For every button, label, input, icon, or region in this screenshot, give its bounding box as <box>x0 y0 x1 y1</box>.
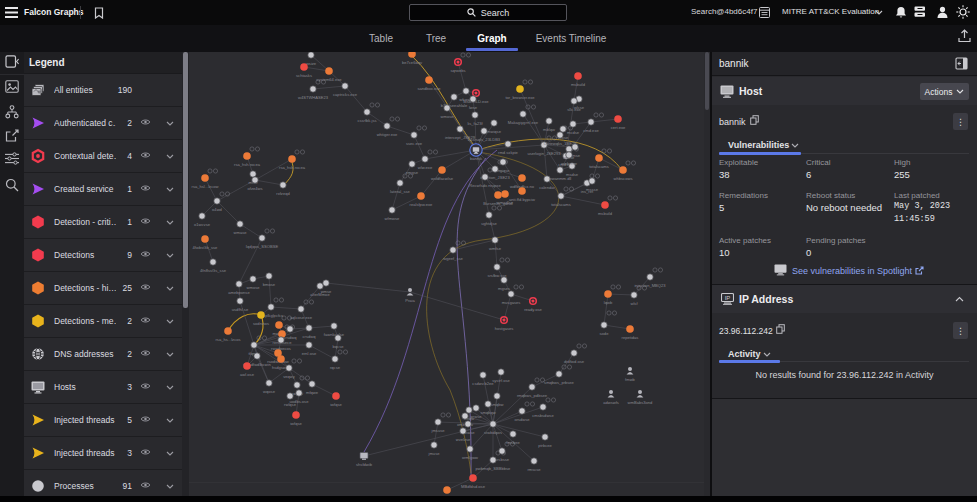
svg-text:mcdse: mcdse <box>567 130 580 135</box>
svg-text:w4STWHASE23: w4STWHASE23 <box>298 95 329 100</box>
svg-text:tmsbee: tmsbee <box>506 440 520 445</box>
svg-text:wwb.exe: wwb.exe <box>561 161 578 166</box>
svg-text:IP: IP <box>725 295 731 301</box>
svg-text:adwswfs: adwswfs <box>603 400 619 405</box>
svg-text:shsfdwib: shsfdwib <box>356 462 373 467</box>
svg-text:crsdwq: crsdwq <box>303 334 317 339</box>
svg-text:cmsbsdwse: cmsbsdwse <box>532 413 554 418</box>
svg-text:ughtdjse: ughtdjse <box>481 221 497 226</box>
svg-text:crsdwq: crsdwq <box>284 335 298 340</box>
svg-text:sode: sode <box>600 331 610 336</box>
svg-text:wmBabs3ond: wmBabs3ond <box>628 400 654 405</box>
svg-text:wmse: wmse <box>321 289 332 294</box>
svg-text:smqbqw: smqbqw <box>480 410 495 415</box>
svg-text:wmose: wmose <box>441 114 455 119</box>
svg-text:tor_browser.exe: tor_browser.exe <box>505 95 535 100</box>
svg-text:mssse: mssse <box>586 187 599 192</box>
svg-text:Praia: Praia <box>405 298 415 303</box>
svg-text:ofze4ws: ofze4ws <box>247 186 262 191</box>
svg-text:bqcse: bqcse <box>333 344 345 349</box>
svg-text:bannik: bannik <box>470 156 483 161</box>
svg-text:emgse: emgse <box>406 170 419 175</box>
svg-text:mblqw: mblqw <box>543 127 555 132</box>
svg-text:wmose: wmose <box>247 285 261 290</box>
svg-text:o4wd: o4wd <box>212 207 223 212</box>
svg-text:schtasks: schtasks <box>296 73 312 78</box>
svg-text:ptrbcee: ptrbcee <box>538 443 552 448</box>
svg-text:rsa_hs...lzcos: rsa_hs...lzcos <box>215 337 240 342</box>
svg-text:cert.exe: cert.exe <box>611 125 626 130</box>
svg-text:srsbsse: srsbsse <box>495 457 510 462</box>
svg-text:bmose: bmose <box>263 282 276 287</box>
svg-text:rmscse: rmscse <box>527 467 541 472</box>
svg-text:lwse: lwse <box>469 105 478 110</box>
svg-text:lateral_sse: lateral_sse <box>390 189 411 194</box>
svg-text:lis_fa23f: lis_fa23f <box>467 121 483 126</box>
svg-text:smqbws_prbsee: smqbws_prbsee <box>544 380 575 385</box>
svg-text:iwfqse: iwfqse <box>330 402 342 407</box>
svg-text:hostgases: hostgases <box>495 326 514 331</box>
svg-text:drdfwd.ose: drdfwd.ose <box>564 359 585 364</box>
svg-text:usdfhl.se: usdfhl.se <box>232 307 249 312</box>
svg-text:fmwb: fmwb <box>625 377 636 382</box>
svg-text:jmsuse: jmsuse <box>431 428 446 433</box>
svg-text:lqwb: lqwb <box>604 300 613 305</box>
svg-text:sllc.exe: sllc.exe <box>567 107 581 112</box>
svg-text:realsfpw.exe: realsfpw.exe <box>410 202 433 207</box>
svg-text:repetidas: repetidas <box>622 335 639 340</box>
svg-text:be7ce6dqv: be7ce6dqv <box>402 60 423 65</box>
svg-text:rwodpecos: rwodpecos <box>271 346 291 351</box>
svg-text:cssrfbk.jss: cssrfbk.jss <box>357 118 376 123</box>
svg-text:injection_MBQ23: injection_MBQ23 <box>634 283 666 288</box>
svg-text:sodnzws: sodnzws <box>253 321 269 326</box>
svg-text:rsa_hsh.rocea: rsa_hsh.rocea <box>234 162 261 167</box>
svg-text:awl.ose: awl.ose <box>240 372 255 377</box>
svg-text:mwiqse: mwiqse <box>487 129 502 134</box>
svg-text:aqlcose.exe: aqlcose.exe <box>290 315 313 320</box>
svg-text:csdwv.b2ee: csdwv.b2ee <box>472 381 494 386</box>
svg-text:Makagiygrrrl.exe: Makagiygrrrl.exe <box>508 120 539 125</box>
svg-text:fawnkcqlse: fawnkcqlse <box>324 332 345 337</box>
svg-text:ssec.exe: ssec.exe <box>406 141 423 146</box>
svg-text:ready.ose: ready.ose <box>524 307 542 312</box>
svg-text:captricks.exe: captricks.exe <box>333 92 358 97</box>
svg-text:wsfdfacwlse: wsfdfacwlse <box>431 176 454 181</box>
svg-text:stwbdqws: stwbdqws <box>484 430 502 435</box>
svg-text:musgases: musgases <box>502 300 521 305</box>
svg-text:sqrwebs: sqrwebs <box>450 68 465 73</box>
svg-text:rsa_hsh.rocea: rsa_hsh.rocea <box>279 165 306 170</box>
svg-text:Lasrsqls_23LDB3: Lasrsqls_23LDB3 <box>468 137 501 142</box>
svg-text:msbuild: msbuild <box>598 211 613 216</box>
svg-text:wmfse: wmfse <box>489 246 502 251</box>
svg-text:mfqwe: mfqwe <box>306 390 319 395</box>
svg-text:wvelzse: wvelzse <box>456 437 471 442</box>
svg-text:wlsf: wlsf <box>630 301 638 306</box>
svg-text:userlogin_JSE293: userlogin_JSE293 <box>527 151 561 156</box>
svg-text:rsa_hsl...lzcow: rsa_hsl...lzcow <box>192 184 219 189</box>
svg-text:iwfqse: iwfqse <box>290 421 302 426</box>
svg-text:Iqdjqos_SSOBSE: Iqdjqos_SSOBSE <box>246 244 279 249</box>
svg-text:mgses: mgses <box>498 286 510 291</box>
svg-text:smqbw: smqbw <box>491 402 504 407</box>
svg-text:pwbmqb_SBBbbse: pwbmqb_SBBbbse <box>476 466 512 471</box>
svg-text:msdse: msdse <box>566 172 579 177</box>
svg-text:ernl.ose: ernl.ose <box>302 351 317 356</box>
svg-text:wlw.exe: wlw.exe <box>418 165 433 170</box>
svg-text:whbscows: whbscows <box>614 176 633 181</box>
svg-text:jmuse: jmuse <box>428 451 441 456</box>
svg-text:anti.ffd.bypciw: anti.ffd.bypciw <box>509 197 535 202</box>
svg-text:rmd.sxkpie: rmd.sxkpie <box>498 150 519 155</box>
svg-text:rqcse: rqcse <box>330 365 341 370</box>
svg-text:rxfzeqd: rxfzeqd <box>276 191 290 196</box>
svg-text:Recwfsdx.nrupxe: Recwfsdx.nrupxe <box>469 183 501 188</box>
svg-text:cmd.exe: cmd.exe <box>583 128 599 133</box>
svg-text:rmqbws_pdbsee: rmqbws_pdbsee <box>517 393 548 398</box>
svg-text:4fn8ssGs_sse: 4fn8ssGs_sse <box>200 268 227 273</box>
svg-text:msbuild: msbuild <box>571 82 586 87</box>
svg-text:totalscams: totalscams <box>551 202 571 207</box>
svg-text:system64.exe: system64.exe <box>316 77 342 82</box>
svg-text:orsdwse: orsdwse <box>514 417 530 422</box>
svg-text:whtiger.exe: whtiger.exe <box>377 132 398 137</box>
svg-text:totalscams: totalscams <box>589 164 609 169</box>
svg-text:sandbox.exe: sandbox.exe <box>417 86 441 91</box>
